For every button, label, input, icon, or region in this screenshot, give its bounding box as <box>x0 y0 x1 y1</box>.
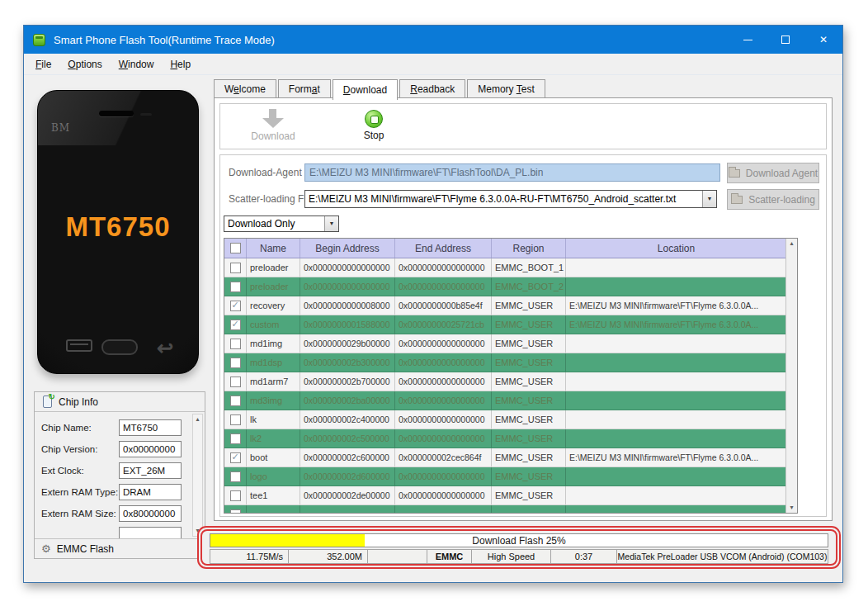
tab-welcome[interactable]: Welcome <box>214 79 276 97</box>
download-agent-field[interactable] <box>304 163 720 182</box>
chip-info-title: Chip Info <box>59 396 98 408</box>
scroll-down-icon[interactable]: ▾ <box>786 503 797 513</box>
table-row-lk[interactable]: lk0x000000002c4000000x0000000000000000EM… <box>224 410 797 429</box>
row-checkbox[interactable] <box>230 414 241 425</box>
chevron-down-icon[interactable]: ▼ <box>324 216 338 231</box>
minimize-button[interactable] <box>729 26 767 54</box>
region: EMMC_USER <box>492 372 566 391</box>
scatter-file-input[interactable] <box>305 191 702 207</box>
partition-name: md3img <box>247 391 300 410</box>
chip-field-value[interactable] <box>119 419 182 436</box>
menu-item-help[interactable]: Help <box>162 55 199 73</box>
table-row-logo[interactable]: logo0x000000002d6000000x0000000000000000… <box>224 467 797 486</box>
titlebar[interactable]: Smart Phone Flash Tool(Runtime Trace Mod… <box>24 26 842 54</box>
storage-type-cell: EMMC <box>427 549 472 564</box>
table-row-lk2[interactable]: lk20x000000002c5000000x0000000000000000E… <box>224 429 797 448</box>
location <box>566 429 787 448</box>
tab-memory-test[interactable]: Memory Test <box>467 79 545 97</box>
chip-field-value[interactable] <box>119 527 182 538</box>
gear-icon: ⚙ <box>41 542 51 555</box>
row-checkbox[interactable] <box>230 301 241 311</box>
tab-download[interactable]: Download <box>333 79 398 100</box>
table-row-boot[interactable]: boot0x000000002c6000000x000000002cec864f… <box>224 448 797 467</box>
row-checkbox[interactable] <box>230 339 241 349</box>
menu-item-options[interactable]: Options <box>59 55 110 73</box>
chip-info-scrollbar[interactable]: ▴ ▾ <box>192 414 203 537</box>
scatter-file-combo[interactable]: ▼ <box>304 190 717 208</box>
table-row-md3img[interactable]: md3img0x000000002ba000000x00000000000000… <box>224 391 797 410</box>
table-scrollbar[interactable]: ▴ ▾ <box>785 239 797 513</box>
scroll-up-icon[interactable]: ▴ <box>786 239 797 249</box>
table-row-custom[interactable]: custom0x00000000015880000x00000000025721… <box>224 315 797 334</box>
table-row-preloader[interactable]: preloader0x00000000000000000x00000000000… <box>224 258 797 277</box>
location <box>566 467 787 485</box>
row-checkbox[interactable] <box>230 263 241 273</box>
desktop: Smart Phone Flash Tool(Runtime Trace Mod… <box>0 0 868 611</box>
chevron-down-icon[interactable]: ▼ <box>702 191 716 207</box>
stop-button[interactable]: Stop <box>336 109 412 141</box>
chip-field-value[interactable] <box>119 505 182 522</box>
partition-name: custom <box>247 315 300 334</box>
end-address: 0x0000000000000000 <box>395 258 492 277</box>
end-address: 0x0000000000000000 <box>395 486 492 504</box>
end-address: 0x0000000000b85e4f <box>395 296 492 315</box>
chip-field-value[interactable] <box>119 484 182 500</box>
partition-name: preloader <box>247 277 300 296</box>
row-checkbox[interactable] <box>230 509 241 514</box>
phone-home-icon <box>101 339 138 355</box>
table-row-md1arm7[interactable]: md1arm70x000000002b7000000x0000000000000… <box>224 372 797 391</box>
row-checkbox[interactable] <box>230 377 241 387</box>
refresh-icon: ↻ <box>49 392 55 401</box>
table-row-md1dsp[interactable]: md1dsp0x000000002b3000000x00000000000000… <box>224 353 797 372</box>
table-row-partial[interactable] <box>224 505 797 514</box>
menu-item-file[interactable]: File <box>27 55 59 73</box>
phone-menu-icon <box>66 339 92 352</box>
column-header-end-address[interactable]: End Address <box>395 239 492 258</box>
row-checkbox[interactable] <box>230 490 241 501</box>
chip-field-value[interactable] <box>119 462 182 479</box>
table-row-recovery[interactable]: recovery0x00000000000080000x0000000000b8… <box>224 296 797 315</box>
row-checkbox[interactable] <box>230 320 241 330</box>
end-address: 0x0000000000000000 <box>395 410 492 429</box>
maximize-button[interactable] <box>767 26 804 54</box>
tab-readback[interactable]: Readback <box>399 79 465 97</box>
chip-field-extern-ram-size: Extern RAM Size: <box>41 504 182 523</box>
row-checkbox[interactable] <box>230 395 241 406</box>
row-checkbox[interactable] <box>230 282 241 292</box>
chip-field-chip-version: Chip Version: <box>41 440 182 458</box>
download-form: Download-Agent Download Agent Scatter-lo… <box>219 154 827 517</box>
download-mode-select[interactable]: ▼ <box>224 216 339 232</box>
partition-name: md1dsp <box>247 353 300 372</box>
download-agent-button[interactable]: Download Agent <box>727 163 819 183</box>
scatter-file-label: Scatter-loading File <box>229 193 314 205</box>
scatter-loading-button[interactable]: Scatter-loading <box>727 189 819 210</box>
end-address: 0x0000000000000000 <box>395 372 492 391</box>
row-checkbox[interactable] <box>230 358 241 368</box>
app-window: Smart Phone Flash Tool(Runtime Trace Mod… <box>23 25 843 583</box>
column-header-region[interactable]: Region <box>492 239 566 258</box>
tab-format[interactable]: Format <box>278 79 331 97</box>
stop-icon <box>365 110 383 128</box>
select-all-checkbox[interactable] <box>230 243 241 253</box>
status-bar: 11.75M/s352.00MEMMCHigh Speed0:37MediaTe… <box>210 549 828 564</box>
download-agent-button-label: Download Agent <box>746 168 818 179</box>
column-header-location[interactable]: Location <box>566 239 787 258</box>
table-row-tee1[interactable]: tee10x000000002de000000x0000000000000000… <box>224 486 797 505</box>
column-header-begin-address[interactable]: Begin Address <box>300 239 395 258</box>
column-header-name[interactable]: Name <box>247 239 300 258</box>
close-button[interactable]: ✕ <box>804 26 842 54</box>
table-row-preloader[interactable]: preloader0x00000000000000000x00000000000… <box>224 277 797 296</box>
region <box>492 505 566 514</box>
download-button[interactable]: Download <box>235 109 311 142</box>
end-address: 0x000000002cec864f <box>395 448 492 467</box>
row-checkbox[interactable] <box>230 471 241 482</box>
menu-bar: FileOptionsWindowHelp <box>24 54 842 75</box>
chip-field-value[interactable] <box>119 441 182 457</box>
download-mode-value[interactable] <box>224 216 324 231</box>
row-checkbox[interactable] <box>230 433 241 444</box>
menu-item-window[interactable]: Window <box>111 55 163 73</box>
scroll-up-icon[interactable]: ▴ <box>193 414 202 424</box>
table-row-md1img[interactable]: md1img0x0000000029b000000x00000000000000… <box>224 334 797 353</box>
row-checkbox[interactable] <box>230 452 241 463</box>
partition-name <box>247 505 300 514</box>
